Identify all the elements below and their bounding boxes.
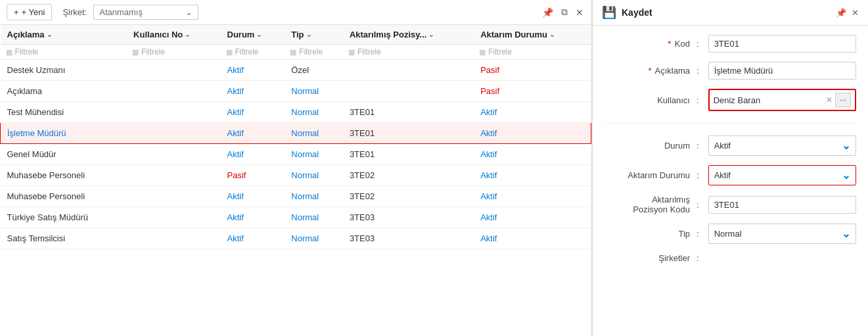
cell-durum: Aktif bbox=[221, 228, 285, 249]
kullanici-row: Kullanıcı : Deniz Baran ✕ ··· bbox=[605, 89, 856, 111]
durum-value: Aktif bbox=[714, 141, 731, 151]
company-label: Şirket: bbox=[62, 7, 87, 17]
aktarilmis-input[interactable] bbox=[708, 196, 856, 214]
durum-label: Durum bbox=[605, 141, 690, 151]
aktarim-durumu-label: Aktarım Durumu bbox=[605, 170, 690, 180]
filter-kullanici[interactable]: ▦Filtrele bbox=[132, 47, 215, 57]
kullanici-value: Deniz Baran bbox=[714, 95, 826, 105]
filter-aktarim[interactable]: ▦Filtrele bbox=[479, 47, 585, 57]
durum-select[interactable]: Aktif ⌄ bbox=[708, 135, 856, 156]
cell-aciklama: Genel Müdür bbox=[1, 144, 127, 165]
cell-aktarilmis: 3TE02 bbox=[343, 186, 474, 207]
col-durum[interactable]: Durum ⌄ bbox=[221, 25, 285, 45]
table-row[interactable]: Muhasebe Personeli Aktif Normal 3TE02 Ak… bbox=[1, 186, 591, 207]
cell-aktarim-durumu: Aktif bbox=[474, 102, 591, 123]
pin-icon[interactable]: 📌 bbox=[836, 8, 846, 18]
sort-icon-tip: ⌄ bbox=[306, 31, 311, 38]
cell-tip: Normal bbox=[285, 186, 343, 207]
cell-kullanici-no bbox=[127, 228, 220, 249]
cell-aktarilmis bbox=[343, 60, 474, 81]
table-row[interactable]: Türkiye Satış Müdürü Aktif Normal 3TE03 … bbox=[1, 207, 591, 228]
col-tip[interactable]: Tip ⌄ bbox=[285, 25, 343, 45]
cell-tip: Özel bbox=[285, 60, 343, 81]
kod-input[interactable] bbox=[708, 35, 856, 53]
toolbar: + + Yeni Şirket: Atanmamış ⌄ 📌 ⧉ ✕ bbox=[0, 0, 591, 25]
kod-row: * Kod : bbox=[605, 35, 856, 53]
chevron-down-icon: ⌄ bbox=[842, 169, 850, 181]
tip-row: Tip : Normal ⌄ bbox=[605, 224, 856, 244]
sort-icon-kullanici: ⌄ bbox=[185, 31, 190, 38]
cell-kullanici-no bbox=[127, 123, 220, 144]
cell-aciklama: Muhasebe Personeli bbox=[1, 186, 127, 207]
filter-durum[interactable]: ▦Filtrele bbox=[226, 47, 280, 57]
cell-kullanici-no bbox=[127, 144, 220, 165]
col-aktarim-durumu[interactable]: Aktarım Durumu ⌄ bbox=[474, 25, 591, 45]
cell-tip: Normal bbox=[285, 165, 343, 186]
chevron-down-icon: ⌄ bbox=[842, 139, 850, 152]
aktarim-durumu-select[interactable]: Aktif ⌄ bbox=[708, 165, 856, 185]
new-button[interactable]: + + Yeni bbox=[7, 4, 52, 20]
cell-kullanici-no bbox=[127, 165, 220, 186]
cell-aktarim-durumu: Aktif bbox=[474, 186, 591, 207]
table-row[interactable]: Muhasebe Personeli Pasif Normal 3TE02 Ak… bbox=[1, 165, 591, 186]
cell-tip: Normal bbox=[285, 144, 343, 165]
company-value: Atanmamış bbox=[99, 7, 143, 17]
table-row[interactable]: Genel Müdür Aktif Normal 3TE01 Aktif bbox=[1, 144, 591, 165]
divider-1 bbox=[605, 123, 856, 124]
aktarilmis-label: AktarılmışPozisyon Kodu bbox=[605, 195, 690, 214]
right-header: 💾 Kaydet 📌 ✕ bbox=[593, 0, 868, 26]
aktarim-durumu-value: Aktif bbox=[714, 170, 731, 180]
cell-kullanici-no bbox=[127, 207, 220, 228]
cell-durum: Aktif bbox=[221, 60, 285, 81]
toolbar-icons: 📌 ⧉ ✕ bbox=[541, 5, 585, 19]
kullanici-field: Deniz Baran ✕ ··· bbox=[708, 89, 856, 111]
filter-icon: ▦ bbox=[479, 48, 486, 57]
cell-aciklama: Test Mühendisi bbox=[1, 102, 127, 123]
pin-icon[interactable]: 📌 bbox=[541, 6, 555, 19]
filter-aktarilmis[interactable]: ▦Filtrele bbox=[348, 47, 468, 57]
cell-kullanici-no bbox=[127, 186, 220, 207]
cell-tip: Normal bbox=[285, 228, 343, 249]
col-aktarilmis[interactable]: Aktarılmış Pozisy... ⌄ bbox=[343, 25, 474, 45]
cell-aktarim-durumu: Aktif ➜ bbox=[474, 123, 591, 144]
filter-row: ▦Filtrele ▦Filtrele ▦Filtrele ▦Filtrele … bbox=[1, 45, 591, 60]
cell-tip: Normal bbox=[285, 207, 343, 228]
cell-tip: Normal bbox=[285, 102, 343, 123]
aktarim-durumu-row: Aktarım Durumu : Aktif ⌄ bbox=[605, 165, 856, 185]
table-row[interactable]: Satış Temsilcisi Aktif Normal 3TE03 Akti… bbox=[1, 228, 591, 249]
right-panel-title: Kaydet bbox=[622, 7, 831, 18]
cell-kullanici-no bbox=[127, 60, 220, 81]
sort-icon-durum: ⌄ bbox=[256, 31, 262, 38]
right-panel: 💾 Kaydet 📌 ✕ * Kod : * Açıklama : Kullan… bbox=[592, 0, 868, 336]
close-icon[interactable]: ✕ bbox=[574, 6, 585, 19]
col-aciklama[interactable]: Açıklama ⌄ bbox=[1, 25, 127, 45]
table-row[interactable]: İşletme Müdürü Aktif Normal 3TE01 Aktif … bbox=[1, 123, 591, 144]
aciklama-row: * Açıklama : bbox=[605, 62, 856, 80]
kullanici-label: Kullanıcı bbox=[605, 95, 690, 105]
filter-aciklama[interactable]: ▦Filtrele bbox=[6, 47, 122, 57]
filter-tip[interactable]: ▦Filtrele bbox=[290, 47, 338, 57]
cell-aktarim-durumu: Aktif bbox=[474, 144, 591, 165]
form-body: * Kod : * Açıklama : Kullanıcı : Deniz B… bbox=[593, 26, 868, 272]
sort-icon-aktarim: ⌄ bbox=[549, 31, 555, 38]
table-row[interactable]: Açıklama Aktif Normal Pasif bbox=[1, 81, 591, 102]
company-select[interactable]: Atanmamış ⌄ bbox=[93, 5, 198, 20]
aciklama-input[interactable] bbox=[708, 62, 856, 80]
sort-icon-aciklama: ⌄ bbox=[47, 31, 52, 38]
cell-aktarilmis: 3TE01 bbox=[343, 123, 474, 144]
kod-label: * Kod bbox=[605, 39, 690, 49]
close-icon[interactable]: ✕ bbox=[852, 8, 859, 18]
filter-icon: ▦ bbox=[348, 48, 355, 57]
browse-button[interactable]: ··· bbox=[835, 93, 851, 107]
clear-icon[interactable]: ✕ bbox=[826, 95, 833, 105]
expand-icon[interactable]: ⧉ bbox=[560, 5, 569, 19]
table-row[interactable]: Destek Uzmanı Aktif Özel Pasif bbox=[1, 60, 591, 81]
col-kullanici-no[interactable]: Kullanıcı No ⌄ bbox=[127, 25, 220, 45]
cell-aktarilmis: 3TE01 bbox=[343, 144, 474, 165]
cell-aktarilmis: 3TE02 bbox=[343, 165, 474, 186]
main-table: Açıklama ⌄ Kullanıcı No ⌄ Durum ⌄ bbox=[0, 25, 591, 249]
tip-select[interactable]: Normal ⌄ bbox=[708, 224, 856, 244]
table-body: Destek Uzmanı Aktif Özel Pasif Açıklama … bbox=[1, 60, 591, 249]
table-row[interactable]: Test Mühendisi Aktif Normal 3TE01 Aktif bbox=[1, 102, 591, 123]
right-panel-icons: 📌 ✕ bbox=[836, 8, 859, 18]
